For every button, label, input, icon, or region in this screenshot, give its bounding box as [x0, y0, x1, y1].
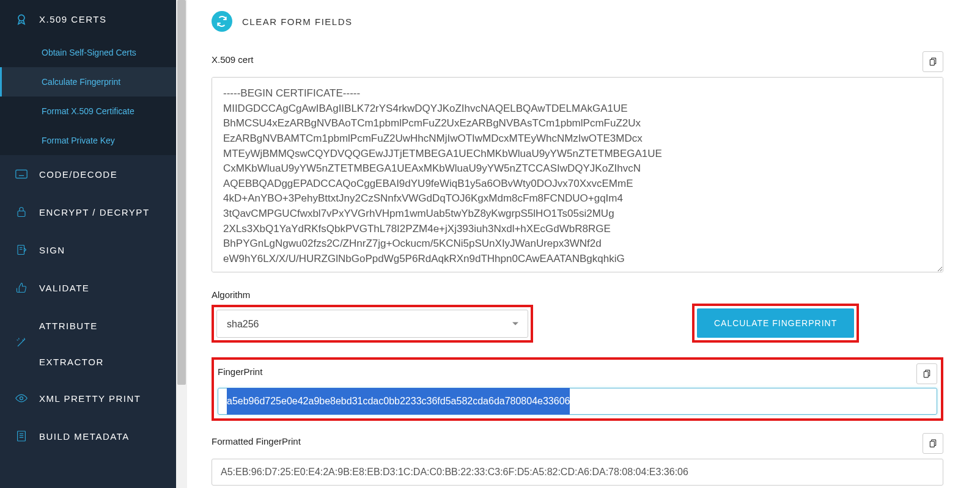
cert-label: X.509 cert — [212, 54, 253, 65]
algorithm-highlight: sha256 — [212, 305, 533, 343]
sidebar-section-label: CODE/DECODE — [39, 169, 117, 180]
document-icon — [15, 429, 28, 443]
sidebar-item-format-cert[interactable]: Format X.509 Certificate — [0, 97, 176, 126]
fingerprint-label: FingerPrint — [218, 366, 262, 377]
svg-rect-17 — [930, 60, 934, 65]
svg-rect-19 — [924, 372, 928, 377]
sidebar-section-encrypt[interactable]: ENCRYPT / DECRYPT — [0, 193, 176, 231]
sidebar-section-attribute[interactable]: ATTRIBUTE — [0, 307, 176, 344]
cert-textarea[interactable]: -----BEGIN CERTIFICATE----- MIIDGDCCAgCg… — [212, 77, 943, 272]
sidebar-section-certs[interactable]: X.509 CERTS — [0, 0, 176, 38]
svg-rect-12 — [18, 431, 26, 441]
wand-icon — [15, 336, 28, 349]
fingerprint-value: a5eb96d725e0e42a9be8ebd31cdac0bb2233c36f… — [227, 388, 570, 415]
fingerprint-highlight: FingerPrint a5eb96d725e0e42a9be8ebd31cda… — [212, 357, 943, 421]
sidebar-section-code-decode[interactable]: CODE/DECODE — [0, 155, 176, 193]
thumbs-up-icon — [15, 281, 28, 294]
clear-form-label: CLEAR FORM FIELDS — [242, 16, 353, 27]
algorithm-row: Algorithm sha256 CALCULATE FINGERPRINT — [212, 290, 943, 343]
sidebar-section-label: BUILD METADATA — [39, 431, 130, 442]
main-content: CLEAR FORM FIELDS X.509 cert -----BEGIN … — [187, 0, 980, 488]
sidebar: X.509 CERTS Obtain Self-Signed Certs Cal… — [0, 0, 176, 488]
copy-fingerprint-button[interactable] — [916, 363, 937, 384]
sidebar-section-validate[interactable]: VALIDATE — [0, 269, 176, 307]
svg-point-11 — [20, 397, 23, 400]
svg-rect-8 — [18, 246, 24, 255]
sidebar-section-label: VALIDATE — [39, 283, 89, 293]
lock-icon — [15, 205, 28, 219]
svg-point-0 — [18, 15, 24, 21]
sidebar-section-label: EXTRACTOR — [39, 357, 104, 367]
keyboard-icon — [15, 167, 28, 181]
sign-icon — [15, 243, 28, 257]
sidebar-section-xml-pretty[interactable]: XML PRETTY PRINT — [0, 379, 176, 417]
sidebar-scrollbar[interactable] — [176, 0, 187, 488]
copy-cert-button[interactable] — [923, 51, 943, 72]
svg-rect-7 — [18, 211, 25, 217]
sidebar-section-label: X.509 CERTS — [39, 14, 106, 24]
formatted-fingerprint-label: Formatted FingerPrint — [212, 436, 301, 446]
algorithm-label: Algorithm — [212, 290, 533, 300]
algorithm-select[interactable]: sha256 — [216, 310, 528, 338]
sidebar-section-sign[interactable]: SIGN — [0, 231, 176, 269]
copy-formatted-button[interactable] — [923, 433, 943, 454]
calculate-button-highlight: CALCULATE FINGERPRINT — [692, 304, 859, 343]
sidebar-subitems-certs: Obtain Self-Signed Certs Calculate Finge… — [0, 38, 176, 155]
sidebar-section-extractor[interactable]: EXTRACTOR — [0, 344, 176, 379]
svg-rect-1 — [16, 170, 27, 178]
clear-form-button[interactable]: CLEAR FORM FIELDS — [212, 11, 943, 32]
sidebar-section-label: ATTRIBUTE — [39, 321, 98, 331]
sidebar-section-label: ENCRYPT / DECRYPT — [39, 207, 150, 217]
svg-rect-21 — [930, 442, 934, 447]
sidebar-item-obtain-certs[interactable]: Obtain Self-Signed Certs — [0, 38, 176, 67]
fingerprint-input[interactable]: a5eb96d725e0e42a9be8ebd31cdac0bb2233c36f… — [218, 388, 937, 415]
cert-field-group: X.509 cert -----BEGIN CERTIFICATE----- M… — [212, 51, 943, 275]
sidebar-item-format-key[interactable]: Format Private Key — [0, 126, 176, 155]
sidebar-section-label: XML PRETTY PRINT — [39, 393, 141, 404]
sidebar-section-label: SIGN — [39, 245, 65, 255]
eye-icon — [15, 391, 28, 405]
calculate-fingerprint-button[interactable]: CALCULATE FINGERPRINT — [697, 308, 854, 338]
sidebar-item-calculate-fingerprint[interactable]: Calculate Fingerprint — [0, 67, 176, 97]
refresh-icon — [212, 11, 232, 32]
formatted-fingerprint-group: Formatted FingerPrint — [212, 433, 943, 486]
sidebar-section-build-metadata[interactable]: BUILD METADATA — [0, 417, 176, 455]
certificate-icon — [15, 12, 28, 26]
formatted-fingerprint-input[interactable] — [212, 459, 943, 486]
